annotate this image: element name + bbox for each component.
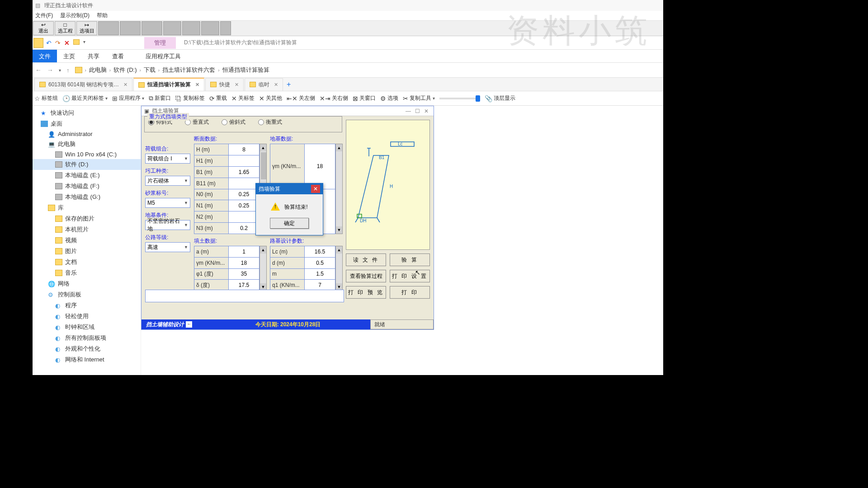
tree-item[interactable]: 本机照片 (33, 224, 141, 235)
param-value[interactable]: 1.5 (305, 268, 335, 280)
tab-file[interactable]: 文件 (33, 50, 57, 62)
doc-tab-2[interactable]: 快捷✕ (205, 78, 244, 91)
tree-item[interactable]: 保存的图片 (33, 213, 141, 224)
cmd-closeleft[interactable]: ⇤✕关左侧 (287, 94, 315, 102)
tree-item[interactable]: ◐网络和 Internet (33, 354, 141, 365)
fill-table[interactable]: a (m)1γm (KN/m...18φ1 (度)35δ (度)17.5 (194, 246, 259, 291)
param-value[interactable] (229, 155, 259, 166)
param-value[interactable]: 0.2 (229, 223, 259, 234)
tree-item[interactable]: 本地磁盘 (E:) (33, 170, 141, 181)
param-value[interactable]: 35 (229, 268, 259, 280)
nav-tree[interactable]: ★快速访问桌面👤Administrator💻此电脑Win 10 Pro x64 … (33, 106, 141, 375)
nav-up-icon[interactable]: ↑ (66, 67, 70, 74)
param-value[interactable]: 17.5 (229, 280, 259, 291)
addr-seg-2[interactable]: 下载 (144, 66, 156, 74)
tree-item[interactable]: 文档 (33, 257, 141, 267)
param-combo-0[interactable]: 荷载组合 I▼ (145, 154, 190, 164)
param-value[interactable]: 8 (229, 144, 259, 155)
menu-file[interactable]: 文件(F) (35, 12, 53, 19)
read-file-button[interactable]: 读 文 件 (346, 253, 386, 266)
param-combo-1[interactable]: 片石砌体▼ (145, 176, 190, 186)
toolbar-exit[interactable]: ↩退出 (33, 21, 54, 35)
addr-seg-3[interactable]: 挡土墙计算软件六套 (162, 66, 215, 74)
cmd-options[interactable]: ⚙选项 (380, 94, 398, 102)
radio-type-2[interactable]: 俯斜式 (222, 118, 245, 126)
road-table[interactable]: Lc (m)16.5d (m)0.5m1.5q1 (KN/m...7 (270, 246, 335, 291)
cmd-copytools[interactable]: ✂复制工具▾ (403, 94, 435, 102)
param-value[interactable]: 16.5 (305, 246, 335, 258)
cmd-appprog[interactable]: ⊞应用程序▾ (112, 94, 144, 102)
tree-item[interactable]: 本地磁盘 (G:) (33, 192, 141, 202)
tree-item[interactable]: 库 (33, 202, 141, 213)
cmd-recent[interactable]: 🕑最近关闭标签▾ (62, 94, 108, 102)
param-value[interactable]: 1 (229, 246, 259, 258)
tree-item[interactable]: 图片 (33, 246, 141, 257)
qat-dropdown-icon[interactable]: ▾ (83, 39, 85, 47)
menu-display[interactable]: 显示控制(D) (60, 12, 90, 19)
tab-share[interactable]: 共享 (81, 50, 106, 62)
add-tab-icon[interactable]: + (287, 80, 291, 89)
addr-seg-0[interactable]: 此电脑 (89, 66, 107, 74)
cmd-taggroup[interactable]: ☆标签组 (34, 94, 58, 102)
tree-item[interactable]: 👤Administrator (33, 129, 141, 139)
tab-apptools[interactable]: 应用程序工具 (139, 50, 187, 62)
undo-icon[interactable]: ↶ (46, 39, 52, 47)
tree-item[interactable]: ◐程序 (33, 300, 141, 311)
param-value[interactable] (229, 211, 259, 223)
print-preview-button[interactable]: 打 印 预 览 (346, 286, 386, 299)
dialog-close-icon[interactable]: ✕ (311, 185, 320, 193)
cmd-newwin[interactable]: ⧉新窗口 (149, 94, 171, 102)
address-box[interactable]: › 此电脑› 软件 (D:)› 下载› 挡土墙计算软件六套› 恒通挡墙计算验算 (75, 66, 269, 74)
tree-item[interactable]: 本地磁盘 (F:) (33, 181, 141, 192)
cmd-copytab[interactable]: ⿻复制标签 (175, 94, 205, 102)
tree-item[interactable]: 💻此电脑 (33, 139, 141, 150)
addr-seg-4[interactable]: 恒通挡墙计算验算 (222, 66, 269, 74)
print-button[interactable]: 打 印 (390, 286, 430, 299)
tree-item[interactable]: Win 10 Pro x64 (C:) (33, 150, 141, 159)
addr-seg-1[interactable]: 软件 (D:) (113, 66, 137, 74)
tree-item[interactable]: ◐所有控制面板项 (33, 333, 141, 343)
tree-item[interactable]: ★快速访问 (33, 108, 141, 118)
tree-item[interactable]: 音乐 (33, 267, 141, 278)
menu-help[interactable]: 帮助 (97, 12, 108, 19)
fill-scrollbar[interactable]: ▲▼ (259, 246, 267, 291)
tree-item[interactable]: ◐轻松使用 (33, 311, 141, 322)
radio-type-3[interactable]: 衡重式 (258, 118, 282, 126)
tree-item[interactable]: ◐时钟和区域 (33, 322, 141, 333)
close-icon[interactable]: ✕ (274, 82, 278, 88)
close-icon[interactable]: ✕ (422, 108, 431, 114)
toolbar-select-project[interactable]: □选工程 (55, 21, 75, 35)
cmd-reload[interactable]: ⟳重载 (209, 94, 227, 102)
app-menubar[interactable]: 文件(F) 显示控制(D) 帮助 (33, 11, 663, 21)
road-scrollbar[interactable]: ▲▼ (335, 246, 343, 291)
param-value[interactable] (229, 178, 259, 189)
nav-back-icon[interactable]: ← (35, 66, 42, 74)
param-value[interactable]: 0.25 (229, 189, 259, 200)
doc-tab-3[interactable]: 临时✕ (245, 78, 283, 91)
param-combo-4[interactable]: 高速▼ (145, 242, 190, 252)
section-table[interactable]: H (m)8H1 (m)B1 (m)1.65B11 (m)N0 (m)0.25N… (194, 144, 259, 234)
tree-item[interactable]: 桌面 (33, 118, 141, 129)
param-value[interactable]: 18 (229, 257, 259, 268)
redo-icon[interactable]: ↷ (55, 39, 61, 47)
foundation-scrollbar[interactable]: ▲▼ (335, 144, 343, 234)
print-settings-button[interactable]: 打 印 设 置 (390, 270, 430, 282)
delete-icon[interactable]: ✕ (64, 39, 70, 47)
cmd-closeright[interactable]: ✕⇥关右侧 (320, 94, 348, 102)
status-input[interactable] (145, 290, 344, 302)
close-icon[interactable]: ✕ (123, 82, 127, 88)
nav-fwd-icon[interactable]: → (47, 66, 53, 74)
ribbon-context-manage[interactable]: 管理 (144, 37, 176, 49)
dialog-ok-button[interactable]: 确定 (270, 218, 309, 229)
param-value[interactable]: 18 (305, 144, 335, 189)
tree-item[interactable]: 🌐网络 (33, 278, 141, 289)
tree-item[interactable]: 软件 (D:) (33, 159, 141, 170)
param-combo-2[interactable]: M5▼ (145, 198, 190, 208)
tree-item[interactable]: ◐外观和个性化 (33, 343, 141, 354)
param-value[interactable]: 7 (305, 280, 335, 291)
doc-tab-1[interactable]: 恒通挡墙计算验算✕ (133, 78, 204, 91)
nav-history-dropdown[interactable]: ▾ (59, 68, 61, 73)
tab-home[interactable]: 主页 (57, 50, 81, 62)
param-combo-3[interactable]: 不坚密的岩石地▼ (145, 220, 190, 230)
zoom-slider[interactable] (439, 98, 480, 99)
